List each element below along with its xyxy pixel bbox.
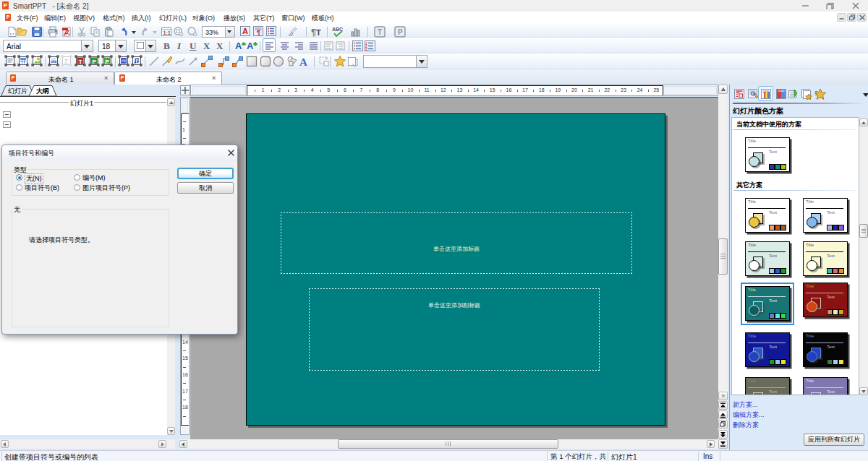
svg-text:P: P <box>398 28 403 36</box>
svg-text:A: A <box>247 40 254 51</box>
svg-text:3: 3 <box>365 47 367 51</box>
svg-text:ole: ole <box>51 59 57 64</box>
svg-text:T: T <box>378 28 382 36</box>
svg-text:¶: ¶ <box>257 29 260 36</box>
svg-text:幻灯片: 幻灯片 <box>8 87 27 95</box>
svg-text:1:1: 1:1 <box>163 30 171 35</box>
svg-text:A: A <box>235 40 242 51</box>
svg-text:P: P <box>93 59 97 65</box>
svg-text:T: T <box>316 28 321 37</box>
svg-text:A: A <box>242 27 248 35</box>
svg-text:大纲: 大纲 <box>36 87 49 95</box>
svg-text:Σ: Σ <box>64 58 69 65</box>
svg-text:P: P <box>106 59 110 65</box>
svg-text:A: A <box>299 56 307 68</box>
svg-text:T: T <box>79 59 82 65</box>
